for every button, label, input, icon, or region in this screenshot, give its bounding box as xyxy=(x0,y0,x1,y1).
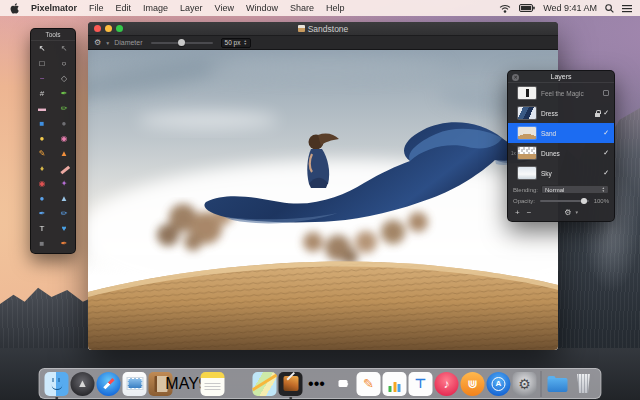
layer-row-sand[interactable]: Sand✓ xyxy=(508,123,614,143)
brush-settings-gear-icon[interactable]: ⚙ xyxy=(94,38,101,47)
layer-visibility-checkbox[interactable]: ✓ xyxy=(603,129,609,137)
zoom-button[interactable] xyxy=(116,25,123,32)
dock-item-itunes[interactable]: ♪ xyxy=(435,372,459,396)
layer-row-sky[interactable]: Sky✓ xyxy=(508,163,614,183)
remove-layer-button[interactable]: − xyxy=(527,208,532,217)
layer-name: Sand xyxy=(541,130,556,137)
dock-item-safari[interactable] xyxy=(97,372,121,396)
desktop: Pixelmator FileEditImageLayerViewWindowS… xyxy=(0,0,640,400)
crop-tool-icon[interactable]: # xyxy=(31,86,53,101)
eyedropper-tool-icon[interactable]: ✒ xyxy=(53,236,75,251)
eraser-tool-icon[interactable]: ▬ xyxy=(31,101,53,116)
dock-divider xyxy=(541,371,542,397)
slice-pen-tool-icon[interactable]: ✒ xyxy=(31,206,53,221)
dock-item-pages[interactable]: ✎ xyxy=(357,372,381,396)
dock-item-trash[interactable] xyxy=(572,372,596,396)
window-titlebar[interactable]: Sandstone xyxy=(88,22,558,36)
dock-item-calendar[interactable]: MAY9 xyxy=(175,372,199,396)
dock-item-numbers[interactable] xyxy=(383,372,407,396)
arrange-tool-icon[interactable]: ↖ xyxy=(53,41,75,56)
pencil-tool-icon[interactable]: ✏ xyxy=(53,101,75,116)
gradient-tool-icon[interactable]: ■ xyxy=(31,236,53,251)
lasso-tool-icon[interactable]: ~ xyxy=(31,71,53,86)
dock-item-mail[interactable] xyxy=(123,372,147,396)
minimize-button[interactable] xyxy=(105,25,112,32)
running-indicator xyxy=(289,397,292,400)
dock-item-appstore[interactable]: A xyxy=(487,372,511,396)
battery-icon[interactable] xyxy=(519,4,535,12)
paint-tool-icon[interactable]: ● xyxy=(31,131,53,146)
dock-item-pixelmator[interactable] xyxy=(279,372,303,396)
tools-palette: Tools ↖↖□○~◇#✒▬✏■●●◉✎▲♦▬◉✦●▲✒✏T♥■✒ xyxy=(30,28,76,254)
color-wheel-tool-icon[interactable]: ◉ xyxy=(53,131,75,146)
menu-item-file[interactable]: File xyxy=(83,3,110,13)
opacity-slider[interactable] xyxy=(540,200,589,202)
draw-pencil-tool-icon[interactable]: ✏ xyxy=(53,206,75,221)
layers-close-icon[interactable]: ✕ xyxy=(512,74,519,81)
menu-item-image[interactable]: Image xyxy=(137,3,174,13)
dock-item-ibooks[interactable]: ⋓ xyxy=(461,372,485,396)
blending-value: Normal xyxy=(545,187,564,193)
sphere-tool-icon[interactable]: ● xyxy=(53,116,75,131)
dock-item-messages[interactable]: ••• xyxy=(305,372,329,396)
close-button[interactable] xyxy=(94,25,101,32)
dock-item-launchpad[interactable]: ▲ xyxy=(71,372,95,396)
dock-item-keynote[interactable]: ⊤ xyxy=(409,372,433,396)
menu-item-share[interactable]: Share xyxy=(284,3,320,13)
rect-marquee-tool-icon[interactable]: □ xyxy=(31,56,53,71)
dock-item-maps[interactable] xyxy=(253,372,277,396)
layer-visibility-checkbox[interactable] xyxy=(603,90,609,96)
layers-panel-title: Layers xyxy=(550,73,571,80)
dock-item-finder[interactable] xyxy=(45,372,69,396)
shape-tool-icon[interactable]: ♥ xyxy=(53,221,75,236)
diameter-slider-knob[interactable] xyxy=(178,39,185,46)
menu-item-layer[interactable]: Layer xyxy=(174,3,209,13)
diameter-value-field[interactable]: 50 px ▲▼ xyxy=(221,38,251,48)
document-proxy-icon xyxy=(298,25,305,32)
notification-center-icon[interactable] xyxy=(622,4,632,13)
canvas-artwork xyxy=(88,50,558,350)
diameter-slider[interactable] xyxy=(151,42,213,44)
dock-item-system-preferences[interactable]: ⚙ xyxy=(513,372,537,396)
layer-row-feel-the-magic[interactable]: Feel the Magic xyxy=(508,83,614,103)
layer-row-dunes[interactable]: 1xDunes✓ xyxy=(508,143,614,163)
chevron-down-icon: ▼ xyxy=(105,40,110,46)
dock-item-facetime[interactable] xyxy=(331,372,355,396)
layers-panel: ✕ Layers Feel the MagicDress✓Sand✓1xDune… xyxy=(507,70,615,222)
opacity-value: 100% xyxy=(594,198,609,204)
fill-tool-icon[interactable]: ■ xyxy=(31,116,53,131)
spotlight-search-icon[interactable] xyxy=(605,4,614,13)
blending-select[interactable]: Normal ▲▼ xyxy=(541,185,609,194)
menu-item-view[interactable]: View xyxy=(209,3,240,13)
layer-row-dress[interactable]: Dress✓ xyxy=(508,103,614,123)
blur-tool-icon[interactable]: ● xyxy=(31,191,53,206)
layers-gear-icon[interactable]: ⚙ xyxy=(564,208,571,217)
lock-icon xyxy=(595,113,600,117)
menu-clock[interactable]: Wed 9:41 AM xyxy=(543,3,597,13)
type-tool-icon[interactable]: T xyxy=(31,221,53,236)
pen-tool-icon[interactable]: ✒ xyxy=(53,86,75,101)
ellipse-marquee-tool-icon[interactable]: ○ xyxy=(53,56,75,71)
move-tool-icon[interactable]: ↖ xyxy=(31,41,53,56)
apple-menu-icon[interactable] xyxy=(10,3,19,14)
layer-visibility-checkbox[interactable]: ✓ xyxy=(603,169,609,177)
polygon-lasso-tool-icon[interactable]: ◇ xyxy=(53,71,75,86)
add-layer-button[interactable]: + xyxy=(515,208,520,217)
dock-item-notes[interactable] xyxy=(201,372,225,396)
menu-item-help[interactable]: Help xyxy=(320,3,351,13)
canvas[interactable] xyxy=(88,50,558,350)
diameter-stepper[interactable]: ▲▼ xyxy=(243,40,246,46)
red-eye-tool-icon[interactable]: ◉ xyxy=(31,176,53,191)
menu-item-edit[interactable]: Edit xyxy=(110,3,138,13)
sharpen-tool-icon[interactable]: ▲ xyxy=(53,191,75,206)
menu-item-window[interactable]: Window xyxy=(240,3,284,13)
dock-item-downloads-folder[interactable] xyxy=(546,372,570,396)
magic-wand-tool-icon[interactable]: ✦ xyxy=(53,176,75,191)
wifi-icon[interactable] xyxy=(499,4,511,13)
layer-visibility-checkbox[interactable]: ✓ xyxy=(603,149,609,157)
brush-tool-icon[interactable]: ✎ xyxy=(31,146,53,161)
opacity-slider-knob[interactable] xyxy=(581,198,587,204)
dock-item-reminders[interactable] xyxy=(227,372,251,396)
layer-visibility-checkbox[interactable]: ✓ xyxy=(603,109,609,117)
menu-app-name[interactable]: Pixelmator xyxy=(25,3,83,13)
